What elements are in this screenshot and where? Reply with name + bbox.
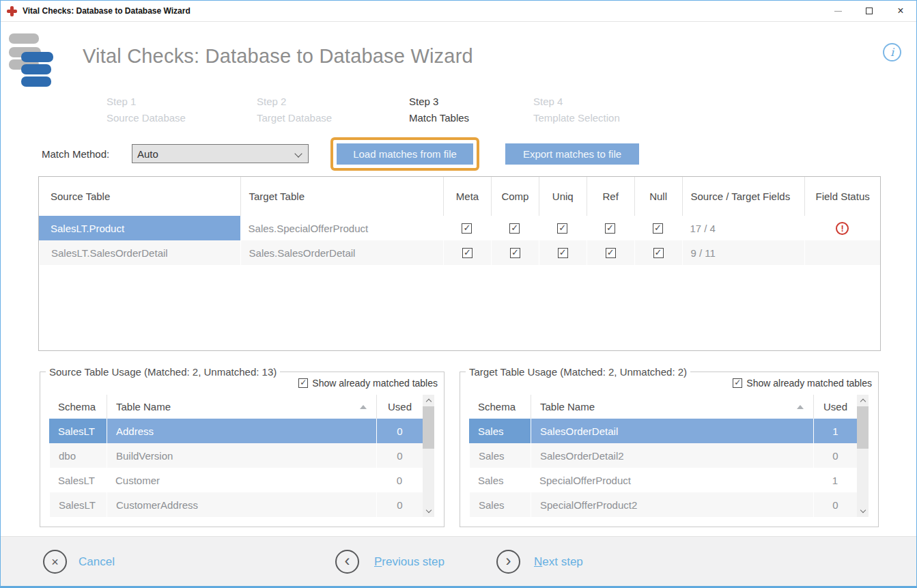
uniq-checkbox[interactable] (557, 223, 567, 234)
step-indicator: Step 1 Source Database Step 2 Target Dat… (1, 94, 916, 125)
minimize-button[interactable] (822, 1, 853, 22)
table-name-cell: Customer (107, 468, 376, 492)
col-meta[interactable]: Meta (443, 177, 491, 216)
match-method-dropdown[interactable]: Auto (132, 144, 309, 163)
col-schema[interactable]: Schema (49, 395, 107, 419)
usage-row[interactable]: dbo BuildVersion 0 (49, 443, 423, 468)
usage-row[interactable]: Sales SpecialOfferProduct 1 (469, 468, 857, 492)
schema-cell: dbo (49, 443, 107, 468)
cancel-button[interactable]: × Cancel (43, 537, 115, 587)
sort-ascending-icon (797, 405, 804, 409)
step-1: Step 1 Source Database (107, 94, 186, 126)
close-button[interactable]: × (885, 1, 916, 22)
scrollbar[interactable] (857, 395, 869, 517)
col-target-table[interactable]: Target Table (240, 177, 444, 216)
usage-table-header: Schema Table Name Used (49, 395, 423, 419)
col-table-name[interactable]: Table Name (531, 395, 813, 419)
field-status-error-icon[interactable]: ! (836, 222, 849, 235)
used-cell: 0 (376, 492, 423, 517)
used-cell: 1 (813, 419, 857, 443)
scroll-down-icon[interactable] (423, 505, 434, 517)
scrollbar-thumb[interactable] (857, 406, 869, 449)
usage-row[interactable]: SalesLT CustomerAddress 0 (49, 492, 423, 517)
maximize-button[interactable] (853, 1, 885, 22)
show-matched-label: Show already matched tables (312, 378, 438, 389)
ref-checkbox[interactable] (606, 248, 616, 258)
col-used[interactable]: Used (813, 395, 857, 419)
source-usage-panel: Source Table Usage (Matched: 2, Unmatche… (40, 372, 445, 527)
used-cell: 1 (813, 468, 857, 492)
show-matched-checkbox[interactable] (733, 378, 742, 388)
schema-cell: Sales (469, 419, 531, 443)
source-table-cell[interactable]: SalesLT.SalesOrderDetail (39, 240, 240, 265)
next-circle-icon: › (496, 550, 520, 574)
usage-row[interactable]: SalesLT Customer 0 (49, 468, 423, 492)
comp-checkbox[interactable] (510, 248, 520, 258)
table-name-cell: SpecialOfferProduct (531, 468, 813, 492)
col-ref[interactable]: Ref (587, 177, 634, 216)
col-used[interactable]: Used (376, 395, 423, 419)
scroll-up-icon[interactable] (857, 395, 869, 406)
col-uniq[interactable]: Uniq (539, 177, 587, 216)
scrollbar-thumb[interactable] (423, 406, 434, 449)
target-table-cell[interactable]: Sales.SpecialOfferProduct (240, 216, 444, 240)
cancel-circle-icon: × (43, 550, 67, 574)
schema-cell: SalesLT (49, 468, 107, 492)
match-row[interactable]: SalesLT.Product Sales.SpecialOfferProduc… (39, 216, 880, 240)
meta-checkbox[interactable] (462, 223, 472, 234)
meta-checkbox[interactable] (462, 248, 472, 258)
match-table-header: Source Table Target Table Meta Comp Uniq… (39, 177, 880, 216)
target-usage-title: Target Table Usage (Matched: 2, Unmatche… (466, 366, 690, 378)
schema-cell: SalesLT (49, 492, 107, 517)
show-matched-checkbox[interactable] (298, 378, 308, 388)
step-3-number: Step 3 (409, 94, 469, 110)
usage-row[interactable]: Sales SalesOrderDetail2 0 (469, 443, 857, 468)
comp-checkbox[interactable] (509, 223, 520, 234)
ref-checkbox[interactable] (605, 223, 615, 234)
col-source-target-fields[interactable]: Source / Target Fields (682, 177, 805, 216)
source-show-matched[interactable]: Show already matched tables (298, 378, 438, 389)
schema-cell: Sales (469, 492, 531, 517)
cancel-label: Cancel (79, 555, 115, 569)
scrollbar[interactable] (423, 395, 434, 517)
previous-step-button[interactable]: ‹ Previous step (335, 537, 445, 587)
load-matches-button[interactable]: Load matches from file (337, 143, 473, 165)
usage-row[interactable]: Sales SpecialOfferProduct2 0 (469, 492, 857, 517)
null-checkbox[interactable] (653, 248, 664, 258)
target-show-matched[interactable]: Show already matched tables (733, 378, 872, 389)
col-field-status[interactable]: Field Status (804, 177, 880, 216)
logo-bar-blue (21, 64, 51, 74)
col-table-name[interactable]: Table Name (107, 395, 376, 419)
step-3-label: Match Tables (409, 110, 469, 126)
col-schema[interactable]: Schema (469, 395, 531, 419)
schema-cell: SalesLT (49, 419, 107, 443)
window-title: Vital Checks: Database to Database Wizar… (23, 6, 191, 16)
scroll-down-icon[interactable] (857, 505, 869, 517)
col-comp[interactable]: Comp (491, 177, 539, 216)
uniq-checkbox[interactable] (558, 248, 568, 258)
scroll-up-icon[interactable] (423, 395, 434, 406)
source-table-cell[interactable]: SalesLT.Product (39, 216, 240, 240)
title-bar: Vital Checks: Database to Database Wizar… (1, 1, 916, 22)
col-source-table[interactable]: Source Table (39, 177, 240, 216)
usage-row[interactable]: SalesLT Address 0 (49, 419, 423, 443)
logo-bar-blue (21, 52, 53, 62)
match-row[interactable]: SalesLT.SalesOrderDetail Sales.SalesOrde… (39, 240, 880, 265)
step-1-number: Step 1 (107, 94, 186, 110)
col-null[interactable]: Null (634, 177, 682, 216)
chevron-down-icon (294, 150, 302, 157)
used-cell: 0 (813, 443, 857, 468)
sort-ascending-icon (360, 405, 367, 409)
usage-row[interactable]: Sales SalesOrderDetail 1 (469, 419, 857, 443)
null-checkbox[interactable] (653, 223, 663, 234)
export-matches-button[interactable]: Export matches to file (505, 143, 639, 165)
close-icon: × (897, 5, 903, 16)
step-2: Step 2 Target Database (257, 94, 332, 126)
target-table-cell[interactable]: Sales.SalesOrderDetail (240, 240, 444, 265)
next-step-button[interactable]: › Next step (496, 537, 583, 587)
table-name-cell: Address (107, 419, 376, 443)
previous-circle-icon: ‹ (335, 550, 359, 574)
logo-bar-blue (21, 76, 51, 87)
info-icon[interactable]: i (883, 43, 901, 61)
step-4-number: Step 4 (533, 94, 620, 110)
